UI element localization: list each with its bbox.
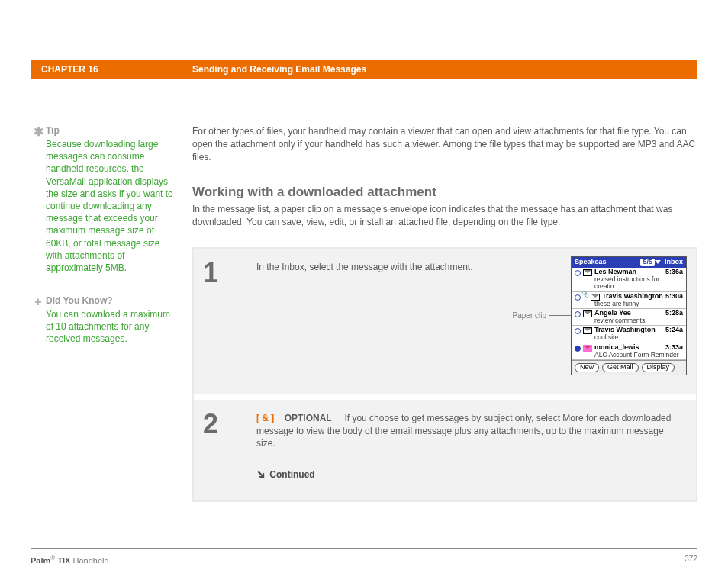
steps-box: 1 In the Inbox, select the message with …	[192, 247, 697, 502]
subject: cool site	[575, 334, 683, 341]
time: 5:30a	[665, 293, 683, 301]
tip-body: Because downloading large messages can c…	[46, 138, 177, 274]
envelope-icon	[583, 327, 592, 334]
chapter-header: CHAPTER 16 Sending and Receiving Email M…	[31, 60, 697, 79]
subject: review comments	[575, 317, 683, 324]
intro-paragraph: For other types of files, your handheld …	[192, 125, 697, 163]
palm-button: Display	[642, 363, 675, 372]
envelope-icon	[583, 269, 592, 276]
footer-model: T|X	[55, 555, 70, 563]
envelope-icon	[591, 294, 600, 301]
section-body: In the message list, a paper clip on a m…	[192, 203, 697, 229]
palm-account: Speakeas	[575, 259, 638, 266]
dropdown-icon	[655, 260, 661, 264]
chapter-number: CHAPTER 16	[31, 64, 192, 75]
status-dot-icon	[575, 294, 581, 301]
tip-heading: Tip	[46, 125, 177, 136]
dyk-heading: Did You Know?	[46, 295, 177, 306]
palm-folder: Inbox	[665, 259, 683, 266]
subject: ALC Account Form Reminder	[575, 352, 683, 359]
palm-message-row: Les Newman5:36arevised instructions for …	[572, 268, 686, 292]
palm-titlebar: Speakeas 5/5 Inbox	[572, 257, 686, 268]
continued: ➔ Continued	[256, 467, 679, 482]
palm-button: Get Mail	[602, 363, 639, 372]
step-number: 2	[203, 407, 256, 482]
time: 5:28a	[665, 310, 683, 317]
palm-message-row: monica_lewis3:33aALC Account Form Remind…	[572, 343, 686, 360]
footer-suffix: Handheld	[70, 555, 108, 563]
step-text: In the Inbox, select the message with th…	[256, 256, 513, 375]
plus-icon: +	[31, 295, 46, 346]
dyk-body: You can download a maximum of 10 attachm…	[46, 308, 177, 346]
asterisk-icon: ✱	[31, 125, 46, 274]
time: 5:24a	[665, 327, 683, 334]
palm-message-row: Angela Yee5:28areview comments	[572, 309, 686, 326]
step-text: [ & ] OPTIONAL If you choose to get mess…	[256, 407, 687, 482]
main-content: For other types of files, your handheld …	[192, 125, 697, 502]
sidebar: ✱ Tip Because downloading large messages…	[31, 125, 192, 502]
callout-line	[549, 315, 571, 316]
palm-buttons: NewGet MailDisplay	[572, 360, 686, 375]
time: 5:36a	[665, 269, 683, 276]
status-dot-icon	[575, 346, 581, 352]
subject: revised instructions for creatin..	[575, 276, 683, 291]
palm-count: 5/5	[640, 259, 655, 266]
step-number: 1	[203, 256, 256, 375]
envelope-icon	[583, 345, 592, 352]
status-dot-icon	[575, 270, 581, 276]
continued-label: Continued	[269, 469, 314, 480]
step-1: 1 In the Inbox, select the message with …	[194, 249, 696, 400]
palm-message-row: Travis Washington5:24acool site	[572, 326, 686, 343]
subject: these are funny	[575, 301, 683, 307]
footer: Palm® T|X Handheld 372	[31, 548, 697, 563]
page-number: 372	[685, 555, 697, 563]
palm-message-row: Travis Washington5:30athese are funny	[572, 292, 686, 309]
chapter-title: Sending and Receiving Email Messages	[192, 64, 697, 75]
status-dot-icon	[575, 328, 581, 334]
tip-block: ✱ Tip Because downloading large messages…	[31, 125, 177, 274]
callout-label: Paper clip	[513, 311, 546, 320]
status-dot-icon	[575, 311, 581, 317]
palm-button: New	[575, 363, 599, 372]
footer-brand: Palm	[31, 555, 50, 563]
palm-screenshot: Speakeas 5/5 Inbox Les Newman5:36arevise…	[571, 256, 687, 375]
optional-label: OPTIONAL	[285, 413, 332, 423]
didyouknow-block: + Did You Know? You can download a maxim…	[31, 295, 177, 346]
step-2: 2 [ & ] OPTIONAL If you choose to get me…	[194, 400, 696, 500]
envelope-icon	[583, 310, 592, 317]
section-heading: Working with a downloaded attachment	[192, 185, 697, 200]
paperclip-icon	[583, 293, 589, 299]
optional-badge: [ & ]	[256, 413, 274, 423]
